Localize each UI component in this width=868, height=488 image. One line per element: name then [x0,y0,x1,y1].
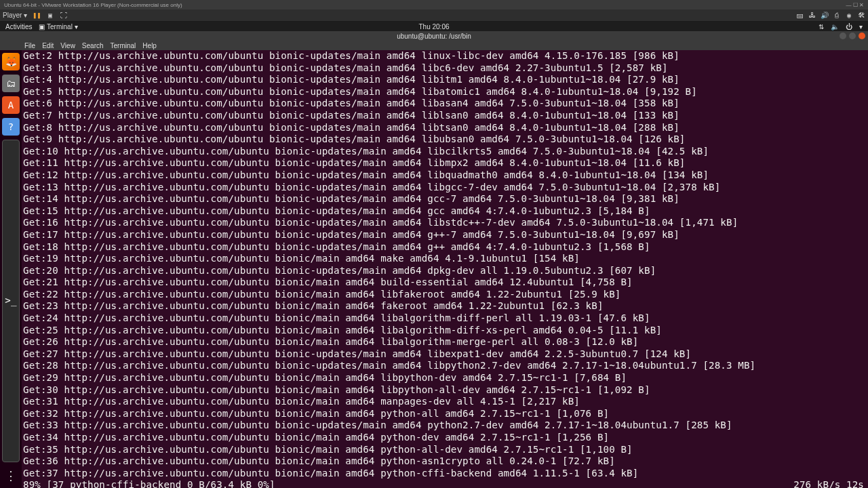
vmware-cd-icon[interactable]: ◉ [845,12,853,20]
terminal-line: Get:22 http://us.archive.ubuntu.com/ubun… [23,289,867,301]
terminal-line: Get:9 http://us.archive.ubuntu.com/ubunt… [23,134,867,146]
network-indicator-icon[interactable]: ⇅ [818,23,824,30]
vmware-usb-icon[interactable]: ⎙ [833,12,841,20]
vmware-sound-icon[interactable]: 🔊 [821,12,829,20]
dock-show-apps-icon[interactable]: ⋮⋮⋮ [2,466,20,484]
terminal-line: Get:30 http://us.archive.ubuntu.com/ubun… [23,384,867,396]
dock-help-icon[interactable]: ? [2,118,20,136]
terminal-line: Get:31 http://us.archive.ubuntu.com/ubun… [23,396,867,408]
vmware-tools-icon[interactable]: 🛠 [857,12,865,20]
vmware-snapshot-icon[interactable]: ▣ [46,12,54,20]
activities-button[interactable]: Activities [5,23,32,30]
gnome-clock[interactable]: Thu 20:06 [418,23,449,30]
dock-files-icon[interactable]: 🗂 [2,75,20,92]
vmware-window-controls[interactable]: — ☐ ✕ [846,2,864,8]
terminal-menubar: File Edit View Search Terminal Help [0,41,868,50]
terminal-line: Get:29 http://us.archive.ubuntu.com/ubun… [23,372,867,384]
vmware-network-icon[interactable]: 🖧 [808,12,816,20]
menu-terminal[interactable]: Terminal [111,42,136,49]
terminal-line: Get:7 http://us.archive.ubuntu.com/ubunt… [23,110,867,122]
window-titlebar[interactable]: ubuntu@ubuntu: /usr/bin [0,31,868,41]
terminal-line: Get:16 http://us.archive.ubuntu.com/ubun… [23,217,867,229]
terminal-line: Get:37 http://us.archive.ubuntu.com/ubun… [23,468,867,480]
terminal-line: Get:34 http://us.archive.ubuntu.com/ubun… [23,432,867,444]
apt-progress-right: 276 kB/s 12s [793,479,867,488]
terminal-line: Get:27 http://us.archive.ubuntu.com/ubun… [23,348,867,361]
menu-search[interactable]: Search [82,42,104,49]
dock-software-icon[interactable]: A [2,96,20,114]
terminal-line: Get:28 http://us.archive.ubuntu.com/ubun… [23,360,867,372]
terminal-line: Get:12 http://us.archive.ubuntu.com/ubun… [23,169,867,182]
vmware-title: Ubuntu 64-bit - VMware Workstation 16 Pl… [4,2,182,8]
terminal-line: Get:13 http://us.archive.ubuntu.com/ubun… [23,182,867,194]
terminal-line: Get:35 http://us.archive.ubuntu.com/ubun… [23,444,867,456]
terminal-line: Get:36 http://us.archive.ubuntu.com/ubun… [23,455,867,468]
menu-edit[interactable]: Edit [42,42,54,49]
dock-firefox-icon[interactable]: 🦊 [2,53,20,70]
vmware-toolbar: Player ▾ ❚❚ ▣ ⛶ 🖴 🖧 🔊 ⎙ ◉ 🛠 [0,9,868,22]
menu-help[interactable]: Help [142,42,157,49]
terminal-line: Get:20 http://us.archive.ubuntu.com/ubun… [23,265,867,277]
terminal-line: Get:32 http://us.archive.ubuntu.com/ubun… [23,408,867,420]
apt-progress-line: 89% [37 python-cffi-backend 0 B/63.4 kB … [23,479,867,488]
terminal-line: Get:8 http://us.archive.ubuntu.com/ubunt… [23,122,867,134]
app-menu[interactable]: ▣ Terminal ▾ [39,23,77,30]
apt-progress-left: 89% [37 python-cffi-backend 0 B/63.4 kB … [23,479,275,488]
vmware-device-icon[interactable]: 🖴 [796,12,804,20]
dock-terminal-icon[interactable]: >_ [2,140,20,462]
terminal-line: Get:2 http://us.archive.ubuntu.com/ubunt… [23,50,867,62]
vmware-titlebar: Ubuntu 64-bit - VMware Workstation 16 Pl… [0,0,868,9]
terminal-line: Get:4 http://us.archive.ubuntu.com/ubunt… [23,74,867,86]
window-title: ubuntu@ubuntu: /usr/bin [397,33,471,40]
terminal-line: Get:26 http://us.archive.ubuntu.com/ubun… [23,336,867,348]
terminal-output[interactable]: Get:2 http://us.archive.ubuntu.com/ubunt… [22,50,868,488]
terminal-line: Get:10 http://us.archive.ubuntu.com/ubun… [23,146,867,158]
power-indicator-icon[interactable]: ⏻ [846,23,852,30]
close-button[interactable] [859,33,865,39]
terminal-line: Get:23 http://us.archive.ubuntu.com/ubun… [23,300,867,312]
menu-file[interactable]: File [24,42,35,49]
menu-view[interactable]: View [60,42,75,49]
terminal-line: Get:33 http://us.archive.ubuntu.com/ubun… [23,420,867,432]
system-menu-chevron-icon[interactable]: ▾ [859,23,863,30]
minimize-button[interactable] [840,33,846,39]
vmware-fullscreen-icon[interactable]: ⛶ [60,12,68,20]
gnome-dock: 🦊 🗂 A ? >_ ⋮⋮⋮ [0,50,22,488]
terminal-line: Get:17 http://us.archive.ubuntu.com/ubun… [23,229,867,241]
terminal-line: Get:3 http://us.archive.ubuntu.com/ubunt… [23,62,867,75]
terminal-line: Get:11 http://us.archive.ubuntu.com/ubun… [23,157,867,169]
maximize-button[interactable] [849,33,856,39]
terminal-line: Get:24 http://us.archive.ubuntu.com/ubun… [23,312,867,325]
gnome-topbar: Activities ▣ Terminal ▾ Thu 20:06 ⇅ 🔈 ⏻ … [0,22,868,31]
terminal-line: Get:15 http://us.archive.ubuntu.com/ubun… [23,205,867,218]
vmware-player-menu[interactable]: Player ▾ [3,12,27,19]
sound-indicator-icon[interactable]: 🔈 [831,23,839,30]
terminal-line: Get:21 http://us.archive.ubuntu.com/ubun… [23,277,867,289]
terminal-line: Get:25 http://us.archive.ubuntu.com/ubun… [23,325,867,337]
terminal-line: Get:14 http://us.archive.ubuntu.com/ubun… [23,193,867,205]
terminal-line: Get:18 http://us.archive.ubuntu.com/ubun… [23,241,867,253]
vmware-pause-icon[interactable]: ❚❚ [33,12,41,20]
terminal-line: Get:6 http://us.archive.ubuntu.com/ubunt… [23,98,867,110]
terminal-line: Get:19 http://us.archive.ubuntu.com/ubun… [23,253,867,265]
terminal-line: Get:5 http://us.archive.ubuntu.com/ubunt… [23,86,867,98]
window-controls [840,33,865,39]
